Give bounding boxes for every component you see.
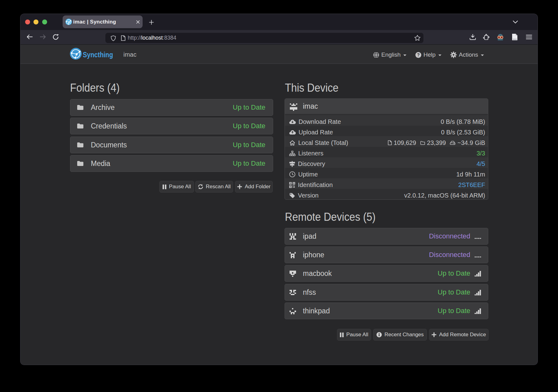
svg-text:?: ?	[417, 52, 420, 57]
